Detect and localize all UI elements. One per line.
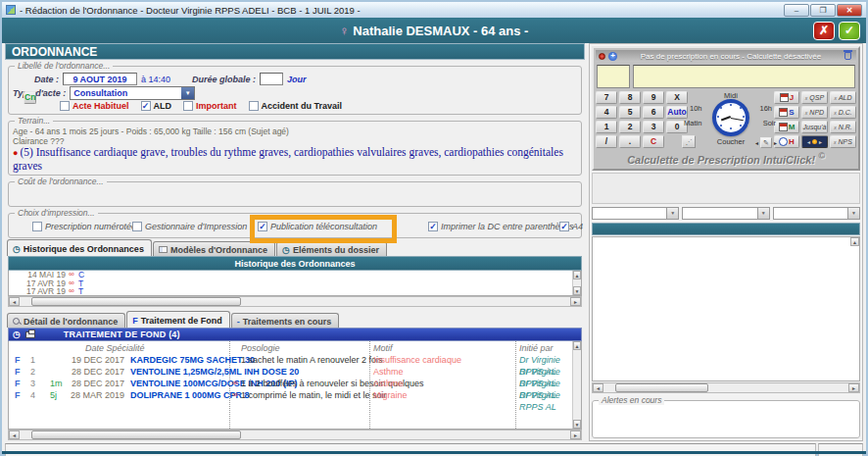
key-cn[interactable]: Cn — [24, 91, 36, 104]
clock-icon[interactable] — [712, 99, 749, 136]
key-x[interactable]: X — [666, 91, 688, 104]
tab-detail-ordonnance[interactable]: Détail de l'ordonnance — [7, 313, 125, 328]
history-vscrollbar[interactable]: ▲ ▼ — [572, 271, 581, 295]
side-list[interactable]: ▲ — [592, 236, 860, 381]
arrow-right-icon[interactable]: ► — [773, 140, 778, 146]
scroll-left-icon[interactable]: ◄ — [9, 297, 20, 306]
nr-button[interactable]: xN.R. — [830, 121, 856, 133]
h10-label[interactable]: 10h — [690, 104, 702, 113]
table-row[interactable]: F31m 28 DEC 2017 VENTOLINE 100MCG/DOSE I… — [9, 378, 581, 389]
traitement-table[interactable]: Date Spécialité Posologie Motif Initié p… — [8, 341, 582, 430]
jour-button[interactable]: J — [774, 91, 799, 104]
semaine-button[interactable]: S — [774, 106, 799, 119]
key-8[interactable]: 8 — [619, 91, 641, 104]
soir-label[interactable]: Soir — [763, 119, 776, 127]
dose-field[interactable] — [597, 65, 630, 88]
checkbox-icon[interactable] — [32, 222, 42, 231]
slope-button[interactable]: ⋰ — [682, 135, 696, 148]
checkbox-icon[interactable] — [60, 101, 70, 111]
scroll-thumb[interactable] — [31, 297, 241, 306]
key-9[interactable]: 9 — [643, 91, 664, 104]
scroll-thumb[interactable] — [31, 431, 241, 439]
jusqua-button[interactable]: Jusqu'à — [801, 121, 828, 133]
key-6[interactable]: 6 — [643, 106, 664, 119]
checkbox-icon[interactable] — [132, 222, 142, 231]
scroll-left-icon[interactable]: ◄ — [593, 383, 603, 392]
scroll-right-icon[interactable]: ► — [848, 383, 859, 392]
key-clear[interactable]: C — [643, 135, 664, 148]
restore-button[interactable]: ❐ — [810, 4, 836, 17]
checkbox-icon[interactable] — [183, 101, 193, 111]
table-row[interactable]: F1 19 DEC 2017 KARDEGIC 75MG SACHET 30 1… — [9, 354, 581, 366]
combo-2[interactable]: ▼ — [682, 207, 769, 220]
cancel-button[interactable]: ✗ — [813, 22, 835, 40]
posology-field[interactable] — [633, 65, 855, 88]
history-list[interactable]: 14 MAI 19 ∞ C 17 AVR 19 ∞ T 17 AVR 19 ∞ … — [8, 271, 582, 296]
hand-button[interactable]: ✎ — [760, 137, 772, 148]
matin-label[interactable]: Matin — [684, 119, 701, 127]
tab-elements-dossier[interactable]: ◷ Eléments du dossier — [276, 241, 387, 256]
table-row[interactable]: F2 28 DEC 2017 VENTOLINE 1,25MG/2,5ML IN… — [9, 366, 581, 378]
nps-button[interactable]: xNPS — [830, 135, 856, 148]
add-icon[interactable]: + — [608, 52, 617, 61]
scroll-thumb[interactable] — [615, 383, 708, 392]
clock-icon[interactable]: ◷ — [13, 329, 21, 339]
key-dot[interactable]: . — [619, 135, 641, 148]
scroll-right-icon[interactable]: ► — [570, 297, 581, 306]
scroll-left-icon[interactable]: ◄ — [9, 431, 20, 439]
key-3[interactable]: 3 — [643, 121, 664, 133]
date-field[interactable]: 9 AOUT 2019 — [63, 73, 137, 85]
h16-label[interactable]: 16h — [759, 104, 772, 113]
scroll-down-icon[interactable]: ▼ — [573, 286, 581, 295]
ald-checkbox[interactable]: ✓ ALD — [141, 101, 172, 111]
combo-3[interactable]: ▼ — [773, 207, 860, 220]
mois-button[interactable]: M — [774, 121, 799, 133]
history-row[interactable]: 17 AVR 19 ∞ T — [9, 287, 581, 296]
key-slash[interactable]: / — [596, 135, 617, 148]
scroll-down-icon[interactable]: ▼ — [573, 420, 581, 429]
combo-1[interactable]: ▼ — [592, 207, 679, 220]
checkbox-icon[interactable]: ✓ — [559, 222, 569, 231]
checkbox-icon[interactable]: ✓ — [428, 222, 438, 231]
key-auto[interactable]: Auto — [666, 106, 688, 119]
prescription-numerotee-checkbox[interactable]: Prescription numérotée — [32, 222, 136, 231]
ald-button[interactable]: xALD — [830, 91, 856, 104]
duree-field[interactable] — [260, 73, 283, 85]
history-row[interactable]: 17 AVR 19 ∞ T — [9, 279, 581, 288]
npd-button[interactable]: xNPD — [801, 106, 828, 119]
chevron-down-icon[interactable]: ▼ — [847, 208, 859, 219]
accident-travail-checkbox[interactable]: Accident du Travail — [249, 101, 343, 111]
checkbox-icon[interactable]: ✓ — [258, 222, 267, 231]
coucher-label[interactable]: Coucher — [717, 137, 745, 146]
chevron-down-icon[interactable]: ▼ — [757, 208, 769, 219]
scroll-up-icon[interactable]: ▲ — [850, 237, 859, 246]
tab-traitement-fond[interactable]: F Traitement de Fond — [126, 311, 230, 328]
key-5[interactable]: 5 — [619, 106, 641, 119]
printer-icon[interactable] — [25, 331, 35, 338]
history-row[interactable]: 14 MAI 19 ∞ C — [9, 271, 581, 279]
publication-teleconsultation-checkbox[interactable]: ✓ Publication téléconsultation — [258, 222, 377, 231]
arrow-left-icon[interactable]: ◄ — [754, 140, 759, 146]
history-hscrollbar[interactable]: ◄ ► — [8, 296, 582, 307]
type-acte-select[interactable]: Consultation ▼ — [70, 86, 195, 100]
gestionnaire-impression-checkbox[interactable]: Gestionnaire d'Impression — [132, 222, 247, 231]
scroll-right-icon[interactable]: ► — [570, 431, 581, 439]
scroll-up-icon[interactable]: ▲ — [573, 341, 581, 350]
validate-button[interactable]: ✓ — [839, 22, 860, 40]
terrain-alert[interactable]: ●(5) Insuffisance cardiaque grave, troub… — [13, 146, 577, 173]
table-hscrollbar[interactable]: ◄ ► — [8, 430, 582, 440]
tab-traitements-en-cours[interactable]: - Traitements en cours — [231, 313, 340, 328]
checkbox-icon[interactable] — [249, 101, 259, 111]
key-7[interactable]: 7 — [596, 91, 617, 104]
acte-habituel-checkbox[interactable]: Acte Habituel — [60, 101, 129, 111]
trash-icon[interactable] — [844, 52, 851, 60]
important-checkbox[interactable]: Important — [183, 101, 237, 111]
key-2[interactable]: 2 — [619, 121, 641, 133]
close-button[interactable]: ✕ — [837, 4, 862, 17]
key-4[interactable]: 4 — [596, 106, 617, 119]
table-row[interactable]: F45j 28 MAR 2019 DOLIPRANE 1 000MG CPR 8… — [9, 389, 581, 401]
qsp-button[interactable]: xQSP — [801, 91, 828, 104]
dc-button[interactable]: xD.C. — [830, 106, 856, 119]
minimize-button[interactable]: – — [784, 4, 809, 17]
key-1[interactable]: 1 — [596, 121, 617, 133]
